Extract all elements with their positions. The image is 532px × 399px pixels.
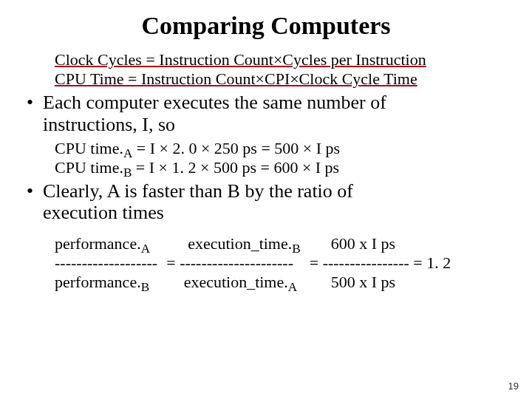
cpu-b-prefix: CPU time. [55, 158, 123, 177]
val-top-row: = 600 x I ps [310, 234, 395, 253]
exec-fraction: = execution_time.B = -------------------… [166, 234, 301, 292]
bullet-indent [27, 114, 43, 136]
cpu-time-b: CPU time.B = I × 1. 2 × 500 ps = 600 × I… [55, 158, 510, 177]
exec-a-sub: A [288, 281, 297, 295]
slide: Comparing Computers Clock Cycles = Instr… [0, 0, 532, 399]
perf-b: performance.B [55, 273, 149, 292]
page-number: 19 [508, 381, 519, 392]
exec-eq-dash: = --------------------- [166, 253, 293, 273]
cpu-time-a: CPU time.A = I × 2. 0 × 250 ps = 500 × I… [55, 139, 510, 158]
perf-a-label: performance. [55, 234, 141, 253]
cpu-a-prefix: CPU time. [55, 139, 123, 157]
bullet-indent-2 [27, 202, 43, 224]
eq1: = [166, 253, 180, 272]
bullet2-line1: Clearly, A is faster than B by the ratio… [43, 180, 353, 202]
bullet-a-faster: •Clearly, A is faster than B by the rati… [27, 180, 510, 225]
bullet-marker-2: • [27, 180, 43, 202]
result: = 1. 2 [409, 253, 451, 272]
spacer [22, 227, 510, 234]
formula-clock-cycles: Clock Cycles = Instruction Count×Cycles … [55, 50, 510, 69]
formula-block: Clock Cycles = Instruction Count×Cycles … [55, 50, 510, 89]
val-eq-dash: = ---------------- = 1. 2 [310, 253, 451, 273]
val-top: 600 x I ps [331, 234, 395, 253]
eq2: = [310, 253, 323, 272]
val-dash: ---------------- [323, 253, 409, 272]
perf-a: performance.A [55, 234, 150, 253]
bullet-marker: • [27, 92, 43, 114]
perf-dash: ------------------- [55, 253, 157, 273]
value-fraction: = 600 x I ps = ---------------- = 1. 2 =… [310, 234, 451, 292]
perf-b-sub: B [141, 281, 149, 295]
bullet1-line2: instructions, I, so [43, 114, 175, 135]
exec-a: = execution_time.A [166, 273, 297, 292]
ratio-expression: performance.A ------------------- perfor… [55, 234, 510, 292]
cpu-b-sub: B [123, 166, 132, 180]
bullet-same-instructions: •Each computer executes the same number … [27, 92, 510, 136]
exec-b-label: execution_time. [188, 234, 292, 253]
cpu-b-rest: = I × 1. 2 × 500 ps = 600 × I ps [132, 158, 339, 177]
exec-a-label: execution_time. [184, 273, 288, 291]
exec-dash: --------------------- [180, 253, 293, 272]
bullet2-line2: execution times [43, 202, 164, 223]
bullet1-line1: Each computer executes the same number o… [43, 92, 386, 113]
val-bot-row: = 500 x I ps [310, 273, 395, 292]
perf-b-label: performance. [55, 273, 141, 291]
perf-fraction: performance.A ------------------- perfor… [55, 234, 157, 292]
slide-title: Comparing Computers [22, 12, 510, 40]
cpu-time-block: CPU time.A = I × 2. 0 × 250 ps = 500 × I… [55, 139, 510, 177]
val-bot: 500 x I ps [331, 273, 395, 291]
formula-cpu-time: CPU Time = Instruction Count×CPI×Clock C… [55, 69, 510, 89]
exec-b: = execution_time.B [166, 234, 301, 253]
cpu-a-rest: = I × 2. 0 × 250 ps = 500 × I ps [132, 139, 340, 157]
